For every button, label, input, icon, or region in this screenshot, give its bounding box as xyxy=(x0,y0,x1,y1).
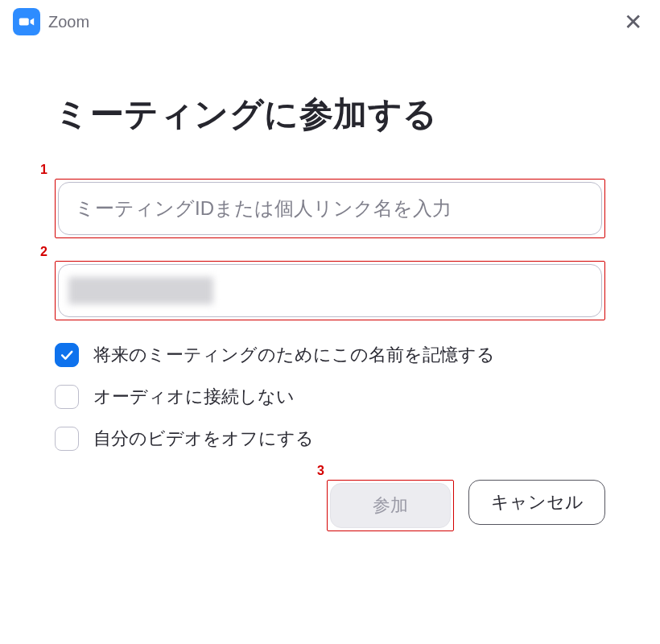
checkbox-no-audio[interactable] xyxy=(55,385,79,409)
options-group: 将来のミーティングのためにこの名前を記憶する オーディオに接続しない 自分のビデ… xyxy=(55,343,605,451)
annotation-1: 1 xyxy=(40,163,47,177)
button-row: 3 参加 キャンセル xyxy=(55,480,605,531)
titlebar: Zoom ✕ xyxy=(0,0,660,43)
option-video-off-label: 自分のビデオをオフにする xyxy=(93,427,314,451)
option-video-off[interactable]: 自分のビデオをオフにする xyxy=(55,427,605,451)
close-icon: ✕ xyxy=(624,11,642,34)
name-redacted xyxy=(68,277,213,304)
option-no-audio-label: オーディオに接続しない xyxy=(93,385,295,409)
cancel-button[interactable]: キャンセル xyxy=(468,480,605,525)
name-input[interactable] xyxy=(58,264,602,317)
checkbox-video-off[interactable] xyxy=(55,427,79,451)
name-field-wrap: 2 xyxy=(55,261,605,320)
dialog-content: ミーティングに参加する 1 2 将来のミーティングのためにこの名前を記憶する オ… xyxy=(0,43,660,531)
annotation-2: 2 xyxy=(40,245,47,259)
meeting-id-field-wrap: 1 xyxy=(55,179,605,238)
option-remember-name-label: 将来のミーティングのためにこの名前を記憶する xyxy=(93,343,495,367)
checkbox-remember-name[interactable] xyxy=(55,343,79,367)
svg-rect-0 xyxy=(19,18,29,25)
app-title: Zoom xyxy=(48,13,89,31)
meeting-id-input[interactable] xyxy=(58,182,602,235)
join-button[interactable]: 参加 xyxy=(330,483,451,528)
dialog-heading: ミーティングに参加する xyxy=(55,92,605,137)
close-button[interactable]: ✕ xyxy=(620,10,646,35)
zoom-app-icon xyxy=(13,8,40,35)
option-no-audio[interactable]: オーディオに接続しない xyxy=(55,385,605,409)
annotation-3: 3 xyxy=(317,464,324,478)
option-remember-name[interactable]: 将来のミーティングのためにこの名前を記憶する xyxy=(55,343,605,367)
